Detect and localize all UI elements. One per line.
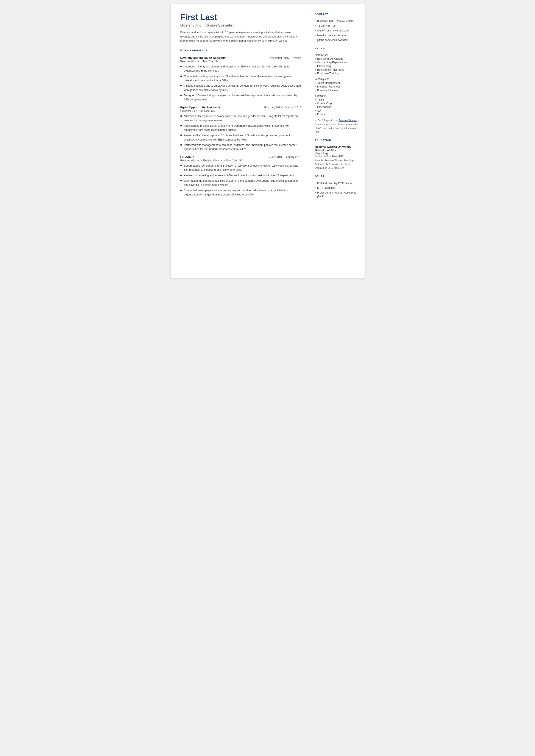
resume-worded-link[interactable]: Resume Worded — [339, 119, 357, 122]
other-item-2: • SPHR Certified — [315, 186, 359, 190]
list-item: Conducted coaching seminars for 39 staff… — [180, 74, 301, 83]
bullet-icon — [180, 180, 182, 182]
list-item: Spearheaded recruitment efforts in searc… — [180, 164, 301, 172]
bullet-icon: • — [315, 181, 316, 185]
skill-item: •Kronos — [315, 113, 359, 116]
job-dates-1: November 2015 – Present — [270, 56, 301, 60]
contact-linkedin: • linkedin.com/in/username — [315, 33, 359, 37]
bullet-icon — [180, 66, 182, 67]
list-item: Overhauled the departmental filing syste… — [180, 179, 301, 187]
job-bullets-3: Spearheaded recruitment efforts in searc… — [180, 164, 301, 197]
contact-location: • Bismarck, ND (Open to Remote) — [315, 19, 359, 23]
job-company-3: Resume Worded's Exciting Company, New Yo… — [180, 159, 301, 162]
bullet-icon: • — [315, 65, 316, 68]
other-label: OTHER — [315, 175, 359, 178]
techniques-label: Techniques: — [315, 78, 359, 81]
job-dates-2: February 2013 – October 2015 — [265, 106, 301, 109]
bullet-icon: • — [315, 109, 316, 112]
contact-email: • email@resumeworded.com — [315, 29, 359, 33]
bullet-icon: • — [315, 29, 316, 33]
job-header-2: Equal Opportunity Specialist February 20… — [180, 106, 301, 109]
bullet-icon: • — [315, 38, 316, 42]
contact-divider — [315, 17, 359, 17]
hard-skills-label: Hard SKils: — [315, 53, 359, 56]
edu-field: Psychology — [315, 152, 359, 155]
skills-label: SKILLS — [315, 47, 359, 50]
promo-text: • Don't forget to use Resume Worded to s… — [315, 119, 359, 134]
skill-item: •Talent Management — [315, 81, 359, 84]
job-title-3: HR Admin — [180, 155, 194, 159]
list-item: Minimized discrepancies in salary based … — [180, 114, 301, 123]
bullet-icon — [180, 144, 182, 146]
skill-item: •Employee Training — [315, 72, 359, 75]
list-item: Partnered with management to compose, or… — [180, 143, 301, 152]
skills-divider — [315, 51, 359, 51]
bullet-icon: • — [315, 186, 316, 190]
skill-item: •Criteria Corp — [315, 102, 359, 105]
job-dates-3: June 2010 – January 2013 — [269, 155, 301, 159]
bullet-icon — [180, 115, 182, 117]
skill-item: •Recruitment Advertising — [315, 68, 359, 71]
bullet-icon — [180, 75, 182, 77]
bullet-icon: • — [315, 61, 316, 64]
work-divider — [180, 53, 301, 53]
list-item: Assessed the diversity gaps at 15+ branc… — [180, 133, 301, 142]
bullet-icon: • — [315, 102, 316, 105]
list-item: Assisted in recruiting and screening 850… — [180, 174, 301, 178]
bullet-icon: • — [315, 72, 316, 75]
bullet-icon: • — [315, 113, 316, 116]
edu-school: Resume Worded University — [315, 145, 359, 149]
bullet-icon — [180, 125, 182, 126]
resume-page: First Last Diversity and Inclusion Speci… — [171, 4, 365, 278]
candidate-name: First Last — [180, 13, 301, 22]
bullet-icon: • — [315, 19, 316, 23]
job-company-2: Growthsi, San Francisco, CA — [180, 109, 301, 113]
techniques-group: Techniques: •Talent Management •Diversit… — [315, 78, 359, 92]
software-label: Software: — [315, 95, 359, 98]
bullet-icon — [180, 190, 182, 191]
contact-section: CONTACT • Bismarck, ND (Open to Remote) … — [315, 13, 359, 42]
other-section: OTHER • Certified Diversity Professional… — [315, 175, 359, 199]
other-divider — [315, 179, 359, 179]
contact-phone: • +1-234-456-789 — [315, 24, 359, 28]
skill-item: •Recruiting (Advanced) — [315, 57, 359, 60]
bullet-icon: • — [315, 98, 316, 101]
bullet-icon: • — [315, 81, 316, 84]
education-label: EDUCATION — [315, 139, 359, 142]
other-item-3: • Professional in Human Resources (PHR). — [315, 191, 359, 199]
bullet-icon — [180, 165, 182, 166]
software-group: Software: •Textio •Criteria Corp •Greenh… — [315, 95, 359, 116]
job-company-1: Resume Worded, New York, NY — [180, 60, 301, 63]
job-title-1: Diversity and Inclusion Specialist — [180, 56, 227, 60]
skill-item: •Onboarding (Experienced) — [315, 61, 359, 64]
job-header-3: HR Admin June 2010 – January 2013 — [180, 155, 301, 159]
bullet-icon: • — [315, 89, 316, 92]
right-column: CONTACT • Bismarck, ND (Open to Remote) … — [309, 4, 365, 278]
bullet-icon — [180, 95, 182, 96]
bullet-icon — [180, 175, 182, 176]
skill-item: •Interviewing — [315, 65, 359, 68]
summary-text: Diversity and inclusion specialist with … — [180, 30, 301, 43]
bullet-icon: • — [315, 33, 316, 37]
list-item: Implemented multiple Equal Employment Op… — [180, 124, 301, 132]
other-item-1: • Certified Diversity Professional — [315, 181, 359, 185]
contact-label: CONTACT — [315, 13, 359, 15]
skills-section: SKILLS Hard SKils: •Recruiting (Advanced… — [315, 47, 359, 134]
hard-skills-group: Hard SKils: •Recruiting (Advanced) •Onbo… — [315, 53, 359, 75]
edu-location-date: Boston, MA — May 2010 — [315, 155, 359, 158]
left-column: First Last Diversity and Inclusion Speci… — [171, 4, 309, 278]
job-bullets-1: Improved minority recruitment and retent… — [180, 65, 301, 102]
education-section: EDUCATION Resume Worded University Bache… — [315, 139, 359, 170]
bullet-icon: • — [315, 85, 316, 88]
skill-item: •ADP — [315, 109, 359, 112]
bullet-icon: • — [315, 119, 316, 122]
edu-awards: Awards: Resume Worded Teaching Fellow (o… — [315, 159, 359, 170]
job-header-1: Diversity and Inclusion Specialist Novem… — [180, 56, 301, 60]
skill-item: •Diversity & Inclusion — [315, 89, 359, 92]
list-item: Initiated equitable pay to employees acr… — [180, 84, 301, 92]
skill-item: •Diversity Awareness — [315, 85, 359, 88]
list-item: Improved minority recruitment and retent… — [180, 65, 301, 73]
bullet-icon: • — [315, 24, 316, 28]
list-item: Conducted an employee satisfaction surve… — [180, 188, 301, 197]
candidate-title: Diversity and Inclusion Specialist — [180, 23, 301, 28]
